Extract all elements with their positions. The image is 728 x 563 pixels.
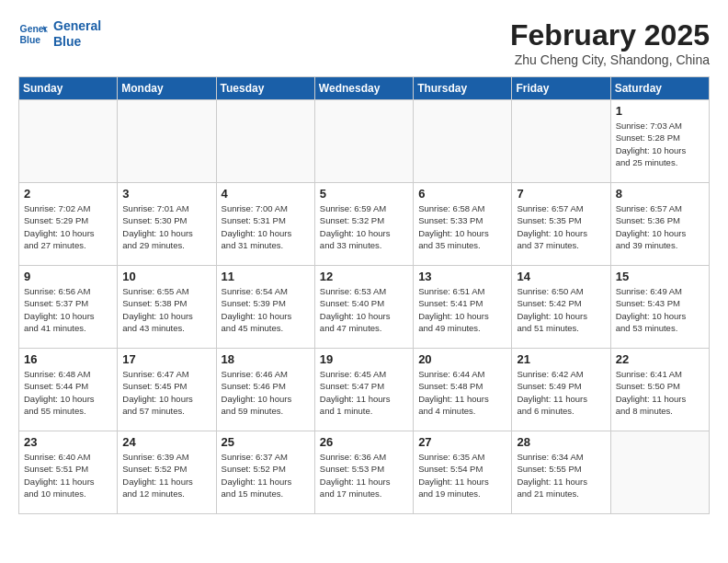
calendar-cell: 14Sunrise: 6:50 AM Sunset: 5:42 PM Dayli… <box>512 266 610 349</box>
calendar-cell: 27Sunrise: 6:35 AM Sunset: 5:54 PM Dayli… <box>414 431 512 514</box>
calendar-week-3: 9Sunrise: 6:56 AM Sunset: 5:37 PM Daylig… <box>19 266 710 349</box>
day-number: 4 <box>222 187 310 201</box>
weekday-header-friday: Friday <box>512 77 610 100</box>
day-info: Sunrise: 6:55 AM Sunset: 5:38 PM Dayligh… <box>122 285 210 334</box>
day-number: 15 <box>616 270 704 283</box>
calendar-cell: 23Sunrise: 6:40 AM Sunset: 5:51 PM Dayli… <box>19 431 118 514</box>
calendar-cell: 20Sunrise: 6:44 AM Sunset: 5:48 PM Dayli… <box>414 349 512 431</box>
day-number: 27 <box>418 435 506 449</box>
day-info: Sunrise: 6:54 AM Sunset: 5:39 PM Dayligh… <box>222 285 310 334</box>
calendar-cell: 4Sunrise: 7:00 AM Sunset: 5:31 PM Daylig… <box>216 183 314 266</box>
day-info: Sunrise: 6:48 AM Sunset: 5:44 PM Dayligh… <box>24 368 112 417</box>
day-number: 19 <box>320 352 408 366</box>
svg-text:Blue: Blue <box>20 34 41 44</box>
weekday-header-thursday: Thursday <box>414 77 512 100</box>
day-number: 22 <box>616 352 704 366</box>
day-number: 23 <box>24 435 112 449</box>
calendar-cell: 11Sunrise: 6:54 AM Sunset: 5:39 PM Dayli… <box>216 266 314 349</box>
day-number: 16 <box>24 352 112 366</box>
day-info: Sunrise: 7:00 AM Sunset: 5:31 PM Dayligh… <box>222 202 310 251</box>
day-info: Sunrise: 6:40 AM Sunset: 5:51 PM Dayligh… <box>24 451 112 500</box>
calendar-cell: 17Sunrise: 6:47 AM Sunset: 5:45 PM Dayli… <box>118 349 216 431</box>
day-info: Sunrise: 6:53 AM Sunset: 5:40 PM Dayligh… <box>320 285 408 334</box>
calendar-cell: 5Sunrise: 6:59 AM Sunset: 5:32 PM Daylig… <box>314 183 413 266</box>
day-info: Sunrise: 6:36 AM Sunset: 5:53 PM Dayligh… <box>320 451 408 500</box>
day-number: 1 <box>616 104 704 118</box>
day-info: Sunrise: 6:47 AM Sunset: 5:45 PM Dayligh… <box>122 368 210 417</box>
day-number: 9 <box>24 270 112 283</box>
day-info: Sunrise: 6:56 AM Sunset: 5:37 PM Dayligh… <box>24 285 112 334</box>
calendar-cell <box>314 100 413 183</box>
day-info: Sunrise: 6:57 AM Sunset: 5:35 PM Dayligh… <box>517 202 605 251</box>
day-number: 2 <box>24 187 112 201</box>
day-number: 24 <box>122 435 210 449</box>
day-number: 25 <box>222 435 310 449</box>
title-block: February 2025 Zhu Cheng City, Shandong, … <box>510 18 710 67</box>
day-number: 11 <box>222 270 310 283</box>
logo-line1: General <box>53 18 101 34</box>
calendar-cell <box>118 100 216 183</box>
day-number: 20 <box>418 352 506 366</box>
logo-icon: General Blue <box>18 19 48 49</box>
weekday-header-wednesday: Wednesday <box>314 77 413 100</box>
day-number: 21 <box>517 352 605 366</box>
day-info: Sunrise: 6:45 AM Sunset: 5:47 PM Dayligh… <box>320 368 408 417</box>
day-info: Sunrise: 7:02 AM Sunset: 5:29 PM Dayligh… <box>24 202 112 251</box>
calendar-week-2: 2Sunrise: 7:02 AM Sunset: 5:29 PM Daylig… <box>19 183 710 266</box>
weekday-header-saturday: Saturday <box>610 77 709 100</box>
calendar-table: SundayMondayTuesdayWednesdayThursdayFrid… <box>18 76 710 514</box>
day-number: 12 <box>320 270 408 283</box>
calendar-cell <box>19 100 118 183</box>
day-info: Sunrise: 7:01 AM Sunset: 5:30 PM Dayligh… <box>122 202 210 251</box>
calendar-cell: 12Sunrise: 6:53 AM Sunset: 5:40 PM Dayli… <box>314 266 413 349</box>
calendar-cell: 6Sunrise: 6:58 AM Sunset: 5:33 PM Daylig… <box>414 183 512 266</box>
day-number: 18 <box>222 352 310 366</box>
calendar-cell: 9Sunrise: 6:56 AM Sunset: 5:37 PM Daylig… <box>19 266 118 349</box>
day-info: Sunrise: 6:59 AM Sunset: 5:32 PM Dayligh… <box>320 202 408 251</box>
weekday-header-tuesday: Tuesday <box>216 77 314 100</box>
day-info: Sunrise: 6:42 AM Sunset: 5:49 PM Dayligh… <box>517 368 605 417</box>
calendar-cell: 7Sunrise: 6:57 AM Sunset: 5:35 PM Daylig… <box>512 183 610 266</box>
calendar-cell: 3Sunrise: 7:01 AM Sunset: 5:30 PM Daylig… <box>118 183 216 266</box>
logo: General Blue General Blue <box>18 18 101 50</box>
calendar-cell: 16Sunrise: 6:48 AM Sunset: 5:44 PM Dayli… <box>19 349 118 431</box>
calendar-cell: 18Sunrise: 6:46 AM Sunset: 5:46 PM Dayli… <box>216 349 314 431</box>
calendar-cell: 13Sunrise: 6:51 AM Sunset: 5:41 PM Dayli… <box>414 266 512 349</box>
day-number: 5 <box>320 187 408 201</box>
day-number: 17 <box>122 352 210 366</box>
calendar-cell: 10Sunrise: 6:55 AM Sunset: 5:38 PM Dayli… <box>118 266 216 349</box>
weekday-header-sunday: Sunday <box>19 77 118 100</box>
month-title: February 2025 <box>510 18 710 52</box>
day-info: Sunrise: 6:51 AM Sunset: 5:41 PM Dayligh… <box>418 285 506 334</box>
calendar-cell: 2Sunrise: 7:02 AM Sunset: 5:29 PM Daylig… <box>19 183 118 266</box>
calendar-cell: 19Sunrise: 6:45 AM Sunset: 5:47 PM Dayli… <box>314 349 413 431</box>
day-info: Sunrise: 6:41 AM Sunset: 5:50 PM Dayligh… <box>616 368 704 417</box>
day-number: 3 <box>122 187 210 201</box>
location-subtitle: Zhu Cheng City, Shandong, China <box>510 52 710 67</box>
calendar-cell <box>512 100 610 183</box>
day-number: 26 <box>320 435 408 449</box>
calendar-week-4: 16Sunrise: 6:48 AM Sunset: 5:44 PM Dayli… <box>19 349 710 431</box>
calendar-cell <box>216 100 314 183</box>
day-number: 14 <box>517 270 605 283</box>
day-number: 6 <box>418 187 506 201</box>
day-number: 8 <box>616 187 704 201</box>
calendar-cell: 1Sunrise: 7:03 AM Sunset: 5:28 PM Daylig… <box>610 100 709 183</box>
weekday-header-monday: Monday <box>118 77 216 100</box>
day-info: Sunrise: 6:44 AM Sunset: 5:48 PM Dayligh… <box>418 368 506 417</box>
logo-line2: Blue <box>53 34 101 50</box>
calendar-cell <box>610 431 709 514</box>
calendar-week-1: 1Sunrise: 7:03 AM Sunset: 5:28 PM Daylig… <box>19 100 710 183</box>
calendar-cell: 15Sunrise: 6:49 AM Sunset: 5:43 PM Dayli… <box>610 266 709 349</box>
day-number: 28 <box>517 435 605 449</box>
calendar-cell: 25Sunrise: 6:37 AM Sunset: 5:52 PM Dayli… <box>216 431 314 514</box>
day-info: Sunrise: 6:39 AM Sunset: 5:52 PM Dayligh… <box>122 451 210 500</box>
calendar-cell: 28Sunrise: 6:34 AM Sunset: 5:55 PM Dayli… <box>512 431 610 514</box>
calendar-header-row: SundayMondayTuesdayWednesdayThursdayFrid… <box>19 77 710 100</box>
calendar-cell: 26Sunrise: 6:36 AM Sunset: 5:53 PM Dayli… <box>314 431 413 514</box>
day-info: Sunrise: 6:34 AM Sunset: 5:55 PM Dayligh… <box>517 451 605 500</box>
day-info: Sunrise: 6:58 AM Sunset: 5:33 PM Dayligh… <box>418 202 506 251</box>
day-info: Sunrise: 6:37 AM Sunset: 5:52 PM Dayligh… <box>222 451 310 500</box>
calendar-cell: 24Sunrise: 6:39 AM Sunset: 5:52 PM Dayli… <box>118 431 216 514</box>
day-info: Sunrise: 7:03 AM Sunset: 5:28 PM Dayligh… <box>616 120 704 168</box>
